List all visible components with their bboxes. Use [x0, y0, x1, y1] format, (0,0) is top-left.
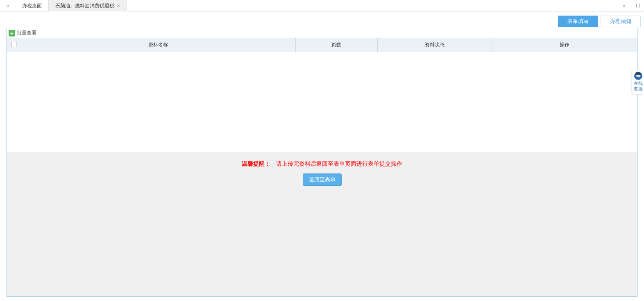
tab-scroll-left[interactable]: « [0, 0, 16, 11]
main-panel: + 批量查看 资料名称 页数 资料状态 操作 温馨提醒： [7, 28, 637, 297]
chevron-double-left-icon: « [6, 2, 9, 9]
table-header-row: 资料名称 页数 资料状态 操作 [7, 38, 637, 52]
return-to-form-button[interactable]: 返回至表单 [303, 173, 342, 186]
col-pages: 页数 [295, 38, 377, 52]
tab-tax-desktop[interactable]: 办税桌面 [16, 0, 49, 11]
warning-message: 请上传完资料后返回至表单页面进行表单提交操作 [276, 160, 402, 167]
plus-icon[interactable]: + [9, 30, 15, 36]
mid-bar: 表单填写 办理须知 + 批量查看 资料名称 页数 资料状态 操作 [0, 11, 644, 297]
window-restore-button[interactable] [632, 0, 644, 11]
col-status: 资料状态 [377, 38, 492, 52]
warning-text: 温馨提醒： 请上传完资料后返回至表单页面进行表单提交操作 [7, 160, 637, 168]
table-empty-body [7, 52, 637, 152]
chevron-double-right-icon: » [622, 2, 626, 9]
select-all-cell [7, 38, 21, 52]
tab-form-fill[interactable]: 表单填写 [558, 16, 598, 27]
tab-process-notice[interactable]: 办理须知 [601, 16, 641, 27]
panel-title: 批量查看 [17, 30, 36, 36]
support-text-line2: 客服 [633, 86, 643, 91]
tab-label: 石脑油、燃料油消费税退税 [55, 0, 114, 11]
tab-scroll-right[interactable]: » [616, 0, 632, 11]
support-avatar-icon [634, 72, 642, 80]
select-all-checkbox[interactable] [11, 42, 16, 47]
notice-area: 温馨提醒： 请上传完资料后返回至表单页面进行表单提交操作 返回至表单 [7, 152, 637, 296]
restore-icon [636, 4, 640, 7]
top-tab-bar: « 办税桌面 石脑油、燃料油消费税退税 × » [0, 0, 644, 11]
close-icon[interactable]: × [117, 0, 120, 11]
material-table: 资料名称 页数 资料状态 操作 [7, 38, 637, 52]
support-text-line1: 在线 [633, 81, 643, 86]
panel-header: + 批量查看 [7, 28, 637, 38]
warning-label: 温馨提醒： [242, 160, 270, 167]
action-tabs: 表单填写 办理须知 [3, 16, 641, 27]
tab-label: 办税桌面 [22, 0, 42, 11]
online-support-widget[interactable]: 在线 客服 [632, 70, 644, 94]
col-material-name: 资料名称 [21, 38, 295, 52]
col-action: 操作 [492, 38, 637, 52]
tab-oil-tax-refund[interactable]: 石脑油、燃料油消费税退税 × [49, 0, 127, 11]
